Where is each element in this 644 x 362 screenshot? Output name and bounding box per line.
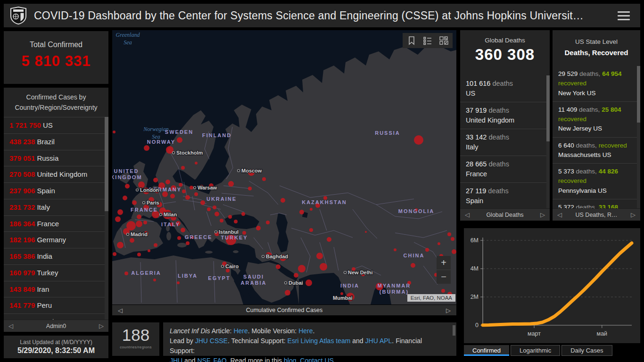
scrollbar-thumb[interactable] [637, 66, 640, 123]
case-bubble[interactable] [451, 237, 454, 241]
link[interactable]: Here [233, 327, 248, 335]
chart-tab-confirmed[interactable]: Confirmed [464, 345, 509, 356]
case-bubble[interactable] [124, 272, 128, 275]
case-bubble[interactable] [143, 221, 147, 224]
case-bubble[interactable] [148, 249, 150, 252]
case-bubble[interactable] [215, 212, 219, 216]
case-bubble[interactable] [241, 212, 245, 216]
case-bubble[interactable] [248, 187, 252, 190]
case-bubble[interactable] [137, 214, 141, 219]
case-bubble[interactable] [181, 228, 185, 232]
case-bubble[interactable] [136, 221, 142, 227]
case-bubble[interactable] [153, 279, 156, 281]
country-row[interactable]: 143 849 Iran [4, 281, 108, 298]
case-bubble[interactable] [213, 206, 216, 209]
case-bubble[interactable] [425, 248, 429, 252]
link[interactable]: Here [298, 327, 313, 335]
deaths-row[interactable]: 27 119 deathsSpain [460, 183, 550, 208]
link[interactable]: JHU APL [365, 337, 392, 345]
case-bubble[interactable] [125, 184, 130, 189]
scrollbar-thumb[interactable] [453, 325, 455, 336]
case-bubble[interactable] [123, 196, 127, 200]
pager-next-icon[interactable]: ▷ [540, 211, 545, 218]
case-bubble[interactable] [182, 189, 186, 193]
case-bubble[interactable] [452, 249, 456, 254]
case-bubble[interactable] [190, 186, 193, 189]
case-bubble[interactable] [242, 231, 246, 235]
pager-next-icon[interactable]: ▷ [99, 322, 104, 329]
case-bubble[interactable] [195, 162, 198, 165]
case-bubble[interactable] [256, 226, 261, 230]
country-row[interactable]: 141 779 Peru [4, 297, 108, 314]
case-bubble[interactable] [228, 215, 232, 219]
case-bubble[interactable] [285, 290, 290, 296]
case-bubble[interactable] [117, 242, 124, 248]
link[interactable]: Esri Living Atlas team [288, 337, 351, 345]
country-list-scrollbar[interactable] [105, 117, 108, 320]
case-bubble[interactable] [113, 252, 116, 256]
legend-list-icon[interactable] [420, 34, 436, 47]
state-row[interactable]: 11 409 deaths, 25 804 recoveredNew Jerse… [553, 102, 640, 138]
country-row[interactable]: 438 238 Brazil [4, 134, 108, 150]
case-bubble[interactable] [228, 181, 234, 187]
country-row[interactable]: 182 196 Germany [4, 232, 108, 248]
zoom-out-button[interactable]: − [437, 270, 451, 284]
case-bubble[interactable] [411, 263, 415, 268]
scrollbar-thumb[interactable] [546, 75, 550, 141]
state-row[interactable]: 5 373 deaths, 44 826 recoveredPennsylvan… [553, 164, 640, 199]
country-row[interactable]: 1 721 750 US [4, 117, 108, 134]
chart-tab-logarithmic[interactable]: Logarithmic [511, 345, 560, 356]
pager-prev-icon[interactable]: ◁ [8, 322, 13, 329]
bookmark-icon[interactable] [404, 34, 420, 47]
case-bubble[interactable] [154, 243, 157, 247]
deaths-row[interactable]: 37 919 deathsUnited Kingdom [460, 102, 550, 129]
case-bubble[interactable] [441, 289, 445, 293]
state-row[interactable]: 29 529 deaths, 64 954 recoveredNew York … [553, 66, 640, 102]
case-bubble[interactable] [117, 209, 123, 215]
case-bubble[interactable] [262, 177, 266, 181]
case-bubble[interactable] [327, 237, 331, 242]
country-list[interactable]: 1 721 750 US438 238 Brazil379 051 Russia… [4, 117, 108, 320]
case-bubble[interactable] [185, 195, 190, 200]
pager-next-icon[interactable]: ▷ [631, 211, 636, 218]
deaths-row[interactable]: 28 665 deathsFrance [460, 156, 550, 183]
case-bubble[interactable] [165, 180, 170, 184]
deaths-row[interactable]: 101 616 deathsUS [460, 75, 550, 102]
case-bubble[interactable] [447, 232, 451, 236]
case-bubble[interactable] [130, 238, 134, 243]
link[interactable]: blog [284, 357, 296, 362]
info-scrollbar[interactable] [453, 324, 455, 354]
confirmed-series-line[interactable] [483, 243, 632, 325]
case-bubble[interactable] [177, 281, 180, 284]
global-deaths-list[interactable]: 101 616 deathsUS37 919 deathsUnited King… [460, 75, 550, 208]
link[interactable]: JHU [170, 357, 182, 362]
case-bubble[interactable] [207, 207, 211, 211]
country-row[interactable]: 186 364 France [4, 216, 108, 232]
link[interactable]: Contact US [300, 357, 334, 362]
link[interactable]: JHU CSSE [195, 337, 228, 345]
scrollbar-thumb[interactable] [105, 117, 108, 211]
case-bubble[interactable] [132, 200, 137, 205]
case-bubble[interactable] [144, 145, 149, 151]
case-bubble[interactable] [294, 273, 298, 278]
country-row[interactable]: 237 906 Spain [4, 183, 108, 199]
country-row[interactable]: 165 386 India [4, 248, 108, 265]
case-bubble[interactable] [281, 198, 285, 203]
state-row[interactable]: 6 640 deaths, recoveredMassachusetts US [553, 138, 640, 164]
us-state-list[interactable]: 29 529 deaths, 64 954 recoveredNew York … [553, 66, 640, 208]
pager-prev-icon[interactable]: ◁ [465, 211, 470, 218]
country-row[interactable]: 231 732 Italy [4, 199, 108, 216]
state-row[interactable]: 5 372 deaths, 33 168 recoveredMichigan U… [553, 199, 640, 208]
basemap-grid-icon[interactable] [436, 34, 452, 47]
country-row[interactable]: 379 051 Russia [4, 150, 108, 167]
pager-next-icon[interactable]: ▷ [446, 307, 451, 314]
case-bubble[interactable] [226, 269, 230, 272]
case-bubble[interactable] [170, 194, 175, 198]
deaths-row[interactable]: 33 142 deathsItaly [460, 129, 550, 156]
case-bubble[interactable] [394, 248, 396, 251]
us-list-scrollbar[interactable] [637, 66, 640, 208]
link[interactable]: FAQ [214, 357, 227, 362]
case-bubble[interactable] [305, 280, 312, 286]
case-bubble[interactable] [220, 219, 223, 222]
country-row[interactable]: 270 508 United Kingdom [4, 166, 108, 183]
